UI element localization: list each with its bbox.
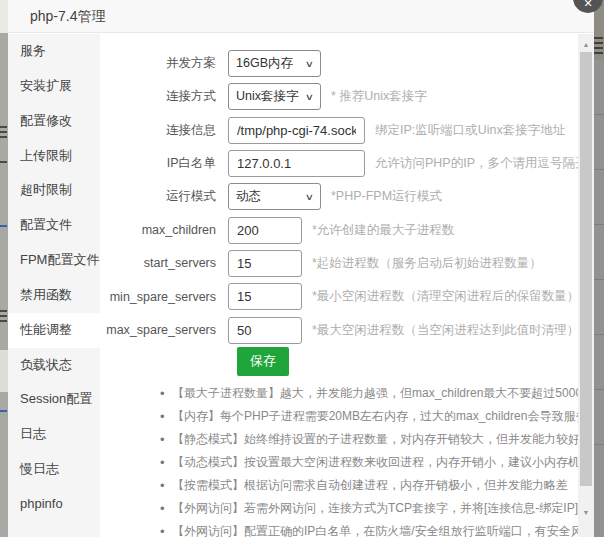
background-text-fragment [594, 47, 603, 49]
background-text-fragment [0, 131, 7, 133]
run-mode-value: 动态 [236, 188, 261, 205]
save-button[interactable]: 保存 [237, 347, 289, 376]
sidebar-item-8[interactable]: 性能调整 [8, 313, 100, 348]
chevron-down-icon: ∨ [305, 192, 314, 202]
sidebar-item-6[interactable]: FPM配置文件 [8, 243, 100, 278]
form-row: 并发方案16GB内存∨ [100, 47, 578, 80]
min-spare-servers-label: min_spare_servers [100, 290, 222, 304]
bullet-icon: • [160, 474, 172, 497]
chevron-down-icon: ∨ [305, 92, 314, 102]
scrollbar-thumb[interactable] [580, 52, 592, 486]
run-mode-select[interactable]: 动态∨ [228, 183, 321, 210]
sidebar-item-2[interactable]: 配置修改 [8, 104, 100, 139]
sidebar-item-13[interactable]: phpinfo [8, 487, 100, 522]
background-text-fragment [594, 37, 603, 39]
background-text-fragment [0, 320, 7, 322]
form-row: 连接方式Unix套接字∨* 推荐Unix套接字 [100, 80, 578, 113]
bullet-icon: • [160, 405, 172, 428]
background-link-fragment [0, 225, 7, 227]
start-servers-hint: *起始进程数（服务启动后初始进程数量） [312, 255, 542, 272]
connection-type-select[interactable]: Unix套接字∨ [228, 83, 321, 110]
max-children-hint: *允许创建的最大子进程数 [312, 222, 454, 239]
background-page-band [0, 350, 8, 392]
note-item: •【最大子进程数量】越大，并发能力越强，但max_children最大不要超过5… [100, 382, 578, 405]
note-text: 【外网访问】若需外网访问，连接方式为TCP套接字，并将[连接信息-绑定IP]改为… [172, 497, 578, 520]
background-link-fragment [0, 410, 7, 412]
concurrency-plan-label: 并发方案 [100, 55, 222, 72]
concurrency-plan-value: 16GB内存 [236, 55, 293, 72]
sidebar-item-12[interactable]: 慢日志 [8, 452, 100, 487]
sidebar-item-7[interactable]: 禁用函数 [8, 278, 100, 313]
sidebar-item-0[interactable]: 服务 [8, 34, 100, 69]
performance-form: 并发方案16GB内存∨连接方式Unix套接字∨* 推荐Unix套接字连接信息绑定… [100, 34, 578, 347]
max-spare-servers-input[interactable] [228, 317, 302, 344]
close-icon: ✕ [583, 0, 592, 9]
connection-info-hint: 绑定IP:监听端口或Uinx套接字地址 [375, 122, 565, 139]
sidebar-item-10[interactable]: Session配置 [8, 382, 100, 417]
background-text-fragment [0, 315, 7, 317]
max-spare-servers-label: max_spare_servers [100, 323, 222, 337]
connection-info-input[interactable] [228, 117, 365, 144]
bullet-icon: • [160, 451, 172, 474]
form-row: max_children*允许创建的最大子进程数 [100, 213, 578, 246]
connection-info-label: 连接信息 [100, 122, 222, 139]
form-row: min_spare_servers*最小空闲进程数（清理空闲进程后的保留数量） [100, 280, 578, 313]
background-text-fragment [0, 310, 7, 312]
dialog-title: php-7.4管理 [30, 8, 105, 24]
note-text: 【外网访问】配置正确的IP白名单，在防火墙/安全组放行监听端口，有安全风险，需谨… [172, 520, 578, 537]
background-page-right-strip [594, 0, 604, 537]
note-text: 【按需模式】根据访问需求自动创建进程，内存开销极小，但并发能力略差 [172, 474, 568, 497]
scroll-down-arrow-icon[interactable]: ▼ [578, 504, 594, 520]
max-children-input[interactable] [228, 217, 302, 244]
max-children-label: max_children [100, 223, 222, 237]
content-area: 并发方案16GB内存∨连接方式Unix套接字∨* 推荐Unix套接字连接信息绑定… [100, 34, 578, 537]
note-item: •【内存】每个PHP子进程需要20MB左右内存，过大的max_children会… [100, 405, 578, 428]
note-item: •【外网访问】若需外网访问，连接方式为TCP套接字，并将[连接信息-绑定IP]改… [100, 497, 578, 520]
sidebar-item-4[interactable]: 超时限制 [8, 173, 100, 208]
min-spare-servers-input[interactable] [228, 283, 302, 310]
background-text-fragment [0, 126, 7, 128]
connection-type-label: 连接方式 [100, 88, 222, 105]
ip-whitelist-hint: 允许访问PHP的IP，多个请用逗号隔开 [375, 155, 578, 172]
concurrency-plan-select[interactable]: 16GB内存∨ [228, 50, 321, 77]
bullet-icon: • [160, 497, 172, 520]
background-page-header [0, 0, 8, 33]
background-text-fragment [594, 52, 603, 54]
start-servers-input[interactable] [228, 250, 302, 277]
run-mode-label: 运行模式 [100, 188, 222, 205]
min-spare-servers-hint: *最小空闲进程数（清理空闲进程后的保留数量） [312, 288, 578, 305]
notes-list: •【最大子进程数量】越大，并发能力越强，但max_children最大不要超过5… [100, 382, 578, 537]
connection-type-hint: * 推荐Unix套接字 [331, 88, 427, 105]
save-row: 保存 [100, 347, 578, 376]
sidebar-item-3[interactable]: 上传限制 [8, 139, 100, 174]
note-text: 【最大子进程数量】越大，并发能力越强，但max_children最大不要超过50… [172, 382, 578, 405]
form-row: start_servers*起始进程数（服务启动后初始进程数量） [100, 247, 578, 280]
chevron-down-icon: ∨ [305, 59, 314, 69]
form-row: 运行模式动态∨*PHP-FPM运行模式 [100, 180, 578, 213]
background-page-left-strip [0, 0, 8, 537]
run-mode-hint: *PHP-FPM运行模式 [331, 188, 442, 205]
note-item: •【动态模式】按设置最大空闲进程数来收回进程，内存开销小，建议小内存机器使用 [100, 451, 578, 474]
sidebar-item-1[interactable]: 安装扩展 [8, 69, 100, 104]
note-item: •【静态模式】始终维持设置的子进程数量，对内存开销较大，但并发能力较好 [100, 428, 578, 451]
dialog-titlebar: php-7.4管理 [8, 0, 594, 33]
ip-whitelist-label: IP白名单 [100, 155, 222, 172]
connection-type-value: Unix套接字 [236, 88, 299, 105]
ip-whitelist-input[interactable] [228, 150, 365, 177]
sidebar-item-5[interactable]: 配置文件 [8, 208, 100, 243]
note-item: •【按需模式】根据访问需求自动创建进程，内存开销极小，但并发能力略差 [100, 474, 578, 497]
start-servers-label: start_servers [100, 256, 222, 270]
scrollbar[interactable]: ▲ ▼ [578, 34, 594, 537]
note-text: 【静态模式】始终维持设置的子进程数量，对内存开销较大，但并发能力较好 [172, 428, 578, 451]
note-item: •【外网访问】配置正确的IP白名单，在防火墙/安全组放行监听端口，有安全风险，需… [100, 520, 578, 537]
sidebar-item-11[interactable]: 日志 [8, 417, 100, 452]
form-row: 连接信息绑定IP:监听端口或Uinx套接字地址 [100, 114, 578, 147]
sidebar-item-9[interactable]: 负载状态 [8, 348, 100, 383]
php-manager-dialog: php-7.4管理 ✕ 服务安装扩展配置修改上传限制超时限制配置文件FPM配置文… [8, 0, 594, 537]
scroll-up-arrow-icon[interactable]: ▲ [578, 36, 594, 52]
background-table-rows [594, 60, 604, 450]
bullet-icon: • [160, 520, 172, 537]
form-row: max_spare_servers*最大空闲进程数（当空闲进程达到此值时清理） [100, 313, 578, 346]
note-text: 【动态模式】按设置最大空闲进程数来收回进程，内存开销小，建议小内存机器使用 [172, 451, 578, 474]
sidebar-menu: 服务安装扩展配置修改上传限制超时限制配置文件FPM配置文件禁用函数性能调整负载状… [8, 34, 100, 537]
